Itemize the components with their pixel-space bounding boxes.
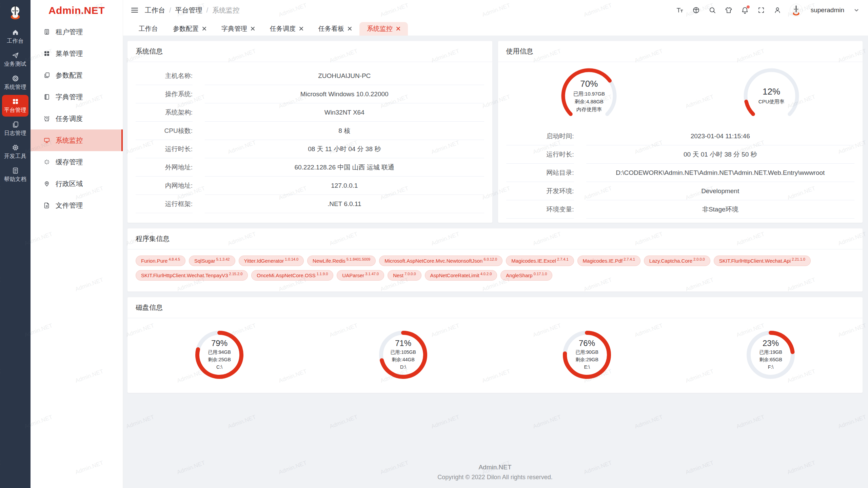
info-value: Win32NT X64 bbox=[205, 103, 484, 122]
system-info-card: 系统信息 主机名称:ZUOHUAIJUN-PC 操作系统:Microsoft W… bbox=[127, 41, 493, 223]
rail-item-system-mgmt[interactable]: 系统管理 bbox=[2, 72, 28, 94]
sidebar-item-files[interactable]: 文件管理 bbox=[31, 195, 123, 216]
disk-info-card: 磁盘信息 79% 已用:94GB 剩余:25GB C:\ bbox=[127, 297, 863, 393]
sidebar-item-region[interactable]: 行政区域 bbox=[31, 173, 123, 195]
sidebar-item-task-schedule[interactable]: 任务调度 bbox=[31, 108, 123, 129]
assembly-tag: Nest7.0.0.0 bbox=[388, 270, 421, 281]
assembly-tags: Furion.Pure4.8.4.5 SqlSugar5.1.3.42 Yitt… bbox=[127, 249, 863, 291]
tab-task-schedule[interactable]: 任务调度 bbox=[262, 22, 311, 36]
disk-free: 剩余:25GB bbox=[208, 356, 231, 364]
usage-gauges: 70% 已用:10.97GB 剩余:4.88GB 内存使用率 bbox=[498, 62, 863, 127]
theme-icon[interactable] bbox=[725, 6, 733, 14]
info-label: 内网地址: bbox=[136, 177, 193, 195]
log-copy-icon bbox=[12, 121, 19, 128]
rail-item-platform-mgmt[interactable]: 平台管理 bbox=[2, 95, 28, 117]
breadcrumb-item[interactable]: 工作台 bbox=[145, 6, 165, 15]
sidebar-item-dictionary[interactable]: 字典管理 bbox=[31, 86, 123, 108]
sidebar-item-label: 菜单管理 bbox=[56, 49, 83, 58]
disk-percent: 23% bbox=[763, 339, 779, 348]
disk-free: 剩余:65GB bbox=[759, 356, 782, 364]
info-row: 启动时间:2023-01-04 11:15:46 bbox=[506, 127, 855, 145]
disk-used: 已用:105GB bbox=[390, 349, 416, 356]
tab-strip: 工作台 参数配置 字典管理 任务调度 任务看板 系统监控 bbox=[123, 20, 868, 36]
rail-item-business-test[interactable]: 业务测试 bbox=[2, 49, 28, 70]
disk-e-chart: 76% 已用:90GB 剩余:29GB E:\ bbox=[560, 328, 614, 382]
chevron-down-icon[interactable] bbox=[852, 6, 861, 14]
breadcrumb-item[interactable]: 平台管理 bbox=[175, 6, 202, 15]
rail-item-log-mgmt[interactable]: 日志管理 bbox=[2, 118, 28, 140]
info-label: 启动时间: bbox=[506, 127, 574, 145]
tab-label: 任务调度 bbox=[270, 24, 296, 33]
disk-charts: 79% 已用:94GB 剩余:25GB C:\ 71% bbox=[127, 318, 863, 382]
username[interactable]: superadmin bbox=[811, 6, 844, 14]
tab-dictionary[interactable]: 字典管理 bbox=[214, 22, 262, 36]
font-size-icon[interactable] bbox=[676, 6, 684, 14]
info-value: 2023-01-04 11:15:46 bbox=[586, 127, 855, 145]
close-icon[interactable] bbox=[348, 25, 352, 33]
disk-drive: D:\ bbox=[400, 364, 406, 371]
rail-item-dev-tools[interactable]: 开发工具 bbox=[2, 141, 28, 163]
memory-gauge-chart: 70% 已用:10.97GB 剩余:4.88GB 内存使用率 bbox=[558, 65, 619, 126]
memory-used: 已用:10.97GB bbox=[573, 90, 605, 98]
disk-percent: 71% bbox=[395, 339, 411, 348]
close-icon[interactable] bbox=[299, 25, 303, 33]
sidebar-item-tenant[interactable]: 租户管理 bbox=[31, 21, 123, 43]
sidebar-item-menu[interactable]: 菜单管理 bbox=[31, 43, 123, 64]
breadcrumb-separator: / bbox=[206, 6, 209, 14]
rail-item-label: 系统管理 bbox=[4, 84, 26, 91]
close-icon[interactable] bbox=[251, 25, 255, 33]
assembly-tag: SKIT.FlurlHttpClient.Wechat.TenpayV32.15… bbox=[136, 270, 248, 281]
usage-info-rows: 启动时间:2023-01-04 11:15:46 运行时长:00 天 01 小时… bbox=[498, 127, 863, 219]
info-label: 主机名称: bbox=[136, 67, 193, 85]
info-label: 开发环境: bbox=[506, 182, 574, 200]
disk-drive: F:\ bbox=[768, 364, 773, 371]
cpu-label: CPU使用率 bbox=[758, 98, 785, 105]
info-row: 操作系统:Microsoft Windows 10.0.22000 bbox=[136, 85, 484, 103]
notification-bell-icon[interactable] bbox=[741, 6, 749, 14]
sidebar-item-label: 系统监控 bbox=[56, 136, 83, 145]
card-title: 磁盘信息 bbox=[127, 297, 863, 318]
secondary-sidebar: Admin.NET 租户管理 菜单管理 参数配置 字典管理 任务调度 bbox=[31, 0, 123, 488]
home-icon bbox=[12, 29, 19, 36]
content: 系统信息 主机名称:ZUOHUAIJUN-PC 操作系统:Microsoft W… bbox=[123, 36, 868, 488]
fullscreen-icon[interactable] bbox=[757, 6, 765, 14]
assembly-tag: Magicodes.IE.Excel2.7.4.1 bbox=[506, 256, 574, 266]
search-icon[interactable] bbox=[708, 6, 716, 14]
close-icon[interactable] bbox=[202, 25, 206, 33]
user-avatar[interactable] bbox=[790, 4, 803, 17]
tab-workbench[interactable]: 工作台 bbox=[131, 22, 165, 36]
monitor-icon bbox=[43, 137, 50, 144]
info-value: Development bbox=[586, 182, 855, 200]
info-row: 开发环境:Development bbox=[506, 182, 855, 200]
memory-percent: 70% bbox=[580, 79, 598, 89]
alarm-clock-icon bbox=[43, 115, 50, 122]
profile-icon[interactable] bbox=[773, 6, 782, 14]
collapse-menu-icon[interactable] bbox=[131, 6, 139, 14]
rail-item-help-docs[interactable]: 帮助文档 bbox=[2, 164, 28, 186]
gear-icon bbox=[12, 75, 19, 82]
sidebar-item-system-monitor[interactable]: 系统监控 bbox=[31, 129, 123, 151]
tab-system-monitor[interactable]: 系统监控 bbox=[359, 22, 408, 36]
card-title: 系统信息 bbox=[127, 41, 492, 62]
memory-label: 内存使用率 bbox=[576, 105, 602, 113]
sidebar-item-cache[interactable]: 缓存管理 bbox=[31, 151, 123, 173]
memory-free: 剩余:4.88GB bbox=[575, 98, 604, 105]
promotion-icon bbox=[12, 52, 19, 59]
sidebar-item-config[interactable]: 参数配置 bbox=[31, 64, 123, 86]
info-value: .NET 6.0.11 bbox=[205, 195, 484, 213]
breadcrumb-item-current: 系统监控 bbox=[212, 6, 239, 15]
close-icon[interactable] bbox=[396, 25, 400, 33]
info-row: CPU核数:8 核 bbox=[136, 122, 484, 140]
tab-task-board[interactable]: 任务看板 bbox=[311, 22, 359, 36]
info-value: 08 天 11 小时 04 分 38 秒 bbox=[205, 140, 484, 158]
primary-rail: 工作台 业务测试 系统管理 平台管理 日志管理 开发工具 帮助文档 bbox=[0, 0, 31, 488]
assembly-tag: SKIT.FlurlHttpClient.Wechat.Api2.21.1.0 bbox=[714, 256, 811, 266]
assembly-tag: AngleSharp0.17.1.0 bbox=[500, 270, 552, 281]
rail-item-workbench[interactable]: 工作台 bbox=[2, 26, 28, 47]
tab-config[interactable]: 参数配置 bbox=[165, 22, 214, 36]
loading-icon bbox=[43, 159, 50, 165]
sidebar-item-label: 行政区域 bbox=[56, 179, 83, 188]
language-icon[interactable] bbox=[692, 6, 700, 14]
info-value: ZUOHUAIJUN-PC bbox=[205, 67, 484, 85]
assembly-tag: UAParser3.1.47.0 bbox=[337, 270, 384, 281]
